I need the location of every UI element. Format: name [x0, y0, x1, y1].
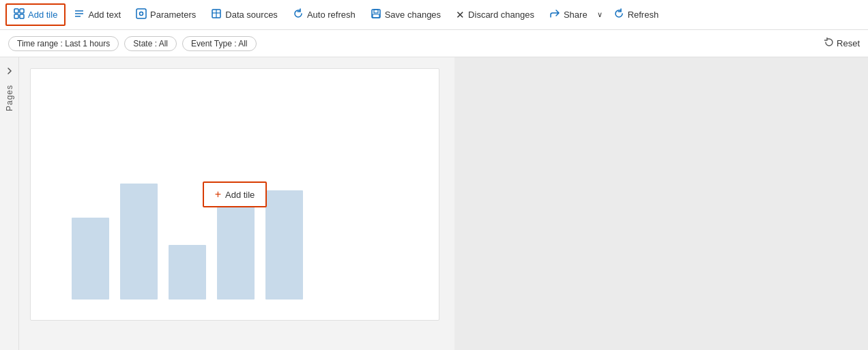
auto-refresh-label: Auto refresh	[307, 10, 356, 20]
chart-bar	[169, 245, 206, 300]
svg-rect-2	[14, 14, 18, 18]
time-range-label: Time range : Last 1 hours	[17, 39, 110, 48]
data-sources-button[interactable]: Data sources	[204, 5, 285, 25]
canvas-area: + Add tile	[19, 57, 454, 350]
add-tile-button[interactable]: Add tile	[5, 3, 66, 26]
share-label: Share	[564, 10, 588, 20]
discard-changes-label: Discard changes	[468, 10, 534, 20]
data-sources-label: Data sources	[225, 10, 278, 20]
add-text-button[interactable]: Add text	[67, 5, 128, 25]
auto-refresh-icon	[293, 8, 304, 21]
svg-rect-0	[14, 9, 18, 13]
event-type-label: Event Type : All	[191, 39, 248, 48]
discard-changes-button[interactable]: ✕ Discard changes	[449, 5, 541, 25]
svg-rect-1	[20, 9, 24, 13]
reset-button[interactable]: Reset	[824, 38, 860, 49]
pages-label: Pages	[5, 85, 14, 111]
add-tile-icon	[14, 8, 25, 21]
auto-refresh-button[interactable]: Auto refresh	[286, 5, 362, 25]
svg-point-8	[140, 12, 143, 16]
save-changes-label: Save changes	[385, 10, 441, 20]
parameters-label: Parameters	[150, 10, 196, 20]
share-chevron-button[interactable]: ∨	[594, 7, 605, 23]
share-button[interactable]: Share	[542, 5, 594, 25]
add-text-icon	[74, 8, 85, 21]
svg-rect-12	[372, 10, 380, 18]
svg-rect-3	[20, 14, 24, 18]
share-group: Share ∨	[542, 5, 605, 25]
save-changes-button[interactable]: Save changes	[364, 5, 448, 25]
pages-toggle-button[interactable]	[1, 63, 18, 79]
add-tile-label: Add tile	[28, 10, 57, 20]
filter-bar: Time range : Last 1 hours State : All Ev…	[0, 30, 868, 57]
parameters-button[interactable]: Parameters	[129, 5, 203, 25]
data-sources-icon	[211, 8, 222, 21]
add-text-label: Add text	[88, 10, 121, 20]
time-range-filter[interactable]: Time range : Last 1 hours	[8, 36, 119, 51]
right-area	[454, 57, 868, 350]
add-tile-canvas-button[interactable]: + Add tile	[203, 181, 267, 207]
reset-icon	[824, 38, 834, 49]
reset-label: Reset	[837, 38, 860, 48]
filter-bar-right: Reset	[824, 38, 860, 49]
refresh-button[interactable]: Refresh	[607, 5, 666, 25]
discard-icon: ✕	[456, 9, 465, 21]
save-icon	[371, 8, 381, 21]
parameters-icon	[136, 8, 147, 21]
chart-bar	[120, 184, 158, 300]
add-tile-canvas-label: Add tile	[225, 190, 255, 200]
svg-rect-7	[136, 9, 146, 18]
pages-sidebar: Pages	[0, 57, 19, 350]
chart-bar	[217, 204, 255, 300]
main-area: Pages + Add tile	[0, 57, 868, 350]
state-filter[interactable]: State : All	[124, 36, 177, 51]
chart-bar	[265, 190, 303, 300]
plus-icon: +	[215, 188, 221, 201]
dashboard-canvas: + Add tile	[30, 68, 439, 321]
state-label: State : All	[133, 39, 168, 48]
refresh-icon	[613, 8, 624, 21]
refresh-label: Refresh	[628, 10, 659, 20]
toolbar: Add tile Add text Parameters	[0, 0, 868, 30]
event-type-filter[interactable]: Event Type : All	[182, 36, 257, 51]
chevron-down-icon: ∨	[597, 10, 603, 18]
share-icon	[549, 8, 560, 21]
chart-bar	[72, 218, 109, 300]
